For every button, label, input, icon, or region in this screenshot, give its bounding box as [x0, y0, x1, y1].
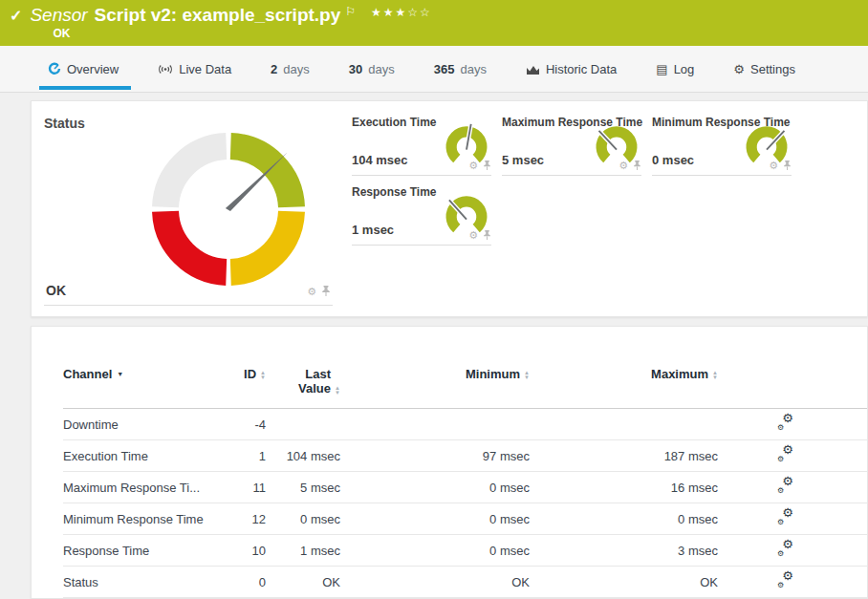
- gear-icon[interactable]: ⚙: [769, 160, 778, 171]
- column-header-id[interactable]: ID▲▼: [218, 367, 266, 381]
- live-data-icon: [158, 63, 173, 75]
- channel-id: 11: [218, 481, 266, 495]
- object-kind-label: Sensor: [30, 5, 87, 26]
- gauge-value: 1 msec: [352, 223, 394, 237]
- channel-last-value: 104 msec: [266, 449, 340, 463]
- table-row: Response Time 10 1 msec 0 msec 3 msec ⚙⚙: [63, 535, 868, 567]
- tab-label: Overview: [67, 62, 119, 76]
- channel-minimum: 97 msec: [340, 449, 530, 463]
- table-row: Downtime -4 ⚙⚙: [63, 409, 868, 440]
- sensor-header: ✓ Sensor Script v2: example_script.py ⚐ …: [0, 0, 868, 46]
- channel-minimum: OK: [340, 575, 530, 589]
- gauge-value: 5 msec: [502, 153, 544, 167]
- gear-icon: ⚙: [733, 63, 745, 75]
- edit-channel-icon[interactable]: ⚙⚙: [777, 478, 793, 494]
- sort-icon[interactable]: ▲▼: [335, 386, 340, 396]
- pin-icon[interactable]: [483, 230, 491, 241]
- tab-label: days: [283, 62, 309, 76]
- overview-content: Status OK ⚙ Execution Time: [0, 93, 868, 599]
- channel-last-value: 1 msec: [266, 544, 340, 558]
- star-icon[interactable]: ☆: [407, 6, 420, 19]
- channel-maximum: 0 msec: [530, 512, 718, 526]
- flag-icon[interactable]: ⚐: [345, 5, 356, 18]
- sort-caret-icon[interactable]: ▼: [117, 371, 123, 377]
- star-rating[interactable]: ★★★☆☆: [371, 5, 432, 20]
- tab-30-days[interactable]: 30 days: [349, 46, 395, 92]
- gear-icon[interactable]: ⚙: [618, 160, 628, 171]
- gear-icon[interactable]: ⚙: [468, 230, 478, 241]
- tab-365-days[interactable]: 365 days: [434, 46, 487, 92]
- gauge-value: 104 msec: [352, 153, 408, 167]
- channel-last-value: OK: [266, 575, 340, 589]
- pin-icon[interactable]: [483, 160, 491, 171]
- channel-minimum: 0 msec: [340, 512, 530, 526]
- column-label: Maximum: [651, 367, 708, 381]
- star-icon[interactable]: ★: [396, 6, 408, 19]
- gear-icon[interactable]: ⚙: [307, 287, 316, 297]
- column-header-maximum[interactable]: Maximum▲▼: [530, 367, 718, 381]
- status-gauge-card: Status OK ⚙: [44, 114, 333, 306]
- table-body: Downtime -4 ⚙⚙ Execution Time 1 104 msec…: [63, 409, 867, 598]
- tab-overview[interactable]: Overview: [48, 46, 119, 92]
- tab-label: Settings: [750, 62, 795, 76]
- channel-id: 0: [218, 575, 266, 589]
- channel-name-link[interactable]: Downtime: [63, 417, 218, 432]
- channel-maximum: OK: [530, 575, 718, 589]
- channel-last-value: 0 msec: [266, 512, 340, 526]
- gear-icon[interactable]: ⚙: [468, 160, 478, 171]
- column-label: Minimum: [466, 367, 520, 381]
- edit-channel-icon[interactable]: ⚙⚙: [777, 572, 793, 588]
- tab-bar: Overview Live Data 2 days 30 days 365 da…: [0, 46, 868, 93]
- tab-label: days: [368, 62, 394, 76]
- gauge-icon: [48, 62, 61, 75]
- column-label: ID: [244, 367, 256, 381]
- column-header-channel[interactable]: Channel▼: [63, 367, 218, 381]
- pin-icon[interactable]: [633, 160, 641, 171]
- channel-name-link[interactable]: Status: [63, 575, 218, 589]
- pin-icon[interactable]: [783, 160, 792, 171]
- channel-maximum: 187 msec: [530, 449, 718, 463]
- column-label: Channel: [63, 367, 112, 381]
- channel-name-link[interactable]: Maximum Response Ti...: [63, 481, 218, 495]
- tab-label: Log: [674, 62, 695, 76]
- gauges-panel: Status OK ⚙ Execution Time: [31, 100, 868, 317]
- edit-channel-icon[interactable]: ⚙⚙: [777, 446, 793, 462]
- channel-name-link[interactable]: Response Time: [63, 544, 218, 558]
- star-icon[interactable]: ★: [383, 6, 396, 19]
- edit-channel-icon[interactable]: ⚙⚙: [777, 541, 793, 557]
- tab-label: Historic Data: [546, 62, 617, 76]
- tab-label: days: [460, 62, 486, 76]
- tab-log[interactable]: ▤ Log: [656, 46, 694, 92]
- table-header-row: Channel▼ ID▲▼ Last Value▲▼ Minimum▲▼ Max…: [63, 367, 868, 409]
- tab-live-data[interactable]: Live Data: [158, 46, 231, 92]
- sort-icon[interactable]: ▲▼: [712, 371, 718, 380]
- pin-icon[interactable]: [321, 286, 331, 297]
- channel-id: 12: [218, 512, 266, 526]
- channel-name-link[interactable]: Execution Time: [63, 449, 218, 463]
- tab-number: 30: [349, 62, 362, 76]
- channel-maximum: 3 msec: [530, 544, 718, 558]
- edit-channel-icon[interactable]: ⚙⚙: [777, 415, 793, 431]
- tab-settings[interactable]: ⚙ Settings: [733, 46, 795, 92]
- gauge-value: 0 msec: [652, 153, 694, 167]
- historic-chart-icon: [526, 63, 540, 75]
- star-icon[interactable]: ★: [371, 6, 383, 19]
- edit-channel-icon[interactable]: ⚙⚙: [777, 509, 793, 525]
- channel-minimum: 0 msec: [340, 481, 530, 495]
- channel-name-link[interactable]: Minimum Response Time: [63, 512, 218, 526]
- tab-historic-data[interactable]: Historic Data: [526, 46, 617, 92]
- star-icon[interactable]: ☆: [420, 6, 432, 19]
- table-row: Maximum Response Ti... 11 5 msec 0 msec …: [63, 472, 868, 503]
- column-header-last-value[interactable]: Last Value▲▼: [266, 367, 340, 396]
- title-block: Sensor Script v2: example_script.py ⚐ ★★…: [30, 5, 431, 46]
- table-row: Minimum Response Time 12 0 msec 0 msec 0…: [63, 503, 868, 535]
- tab-2-days[interactable]: 2 days: [271, 46, 310, 92]
- table-row: Execution Time 1 104 msec 97 msec 187 ms…: [63, 440, 868, 472]
- tab-number: 365: [434, 62, 455, 76]
- channel-last-value: 5 msec: [266, 481, 340, 495]
- table-row: Status 0 OK OK OK ⚙⚙: [63, 567, 868, 598]
- sensor-title: Script v2: example_script.py: [95, 5, 341, 26]
- column-header-minimum[interactable]: Minimum▲▼: [340, 367, 530, 381]
- channel-id: 1: [218, 449, 266, 463]
- column-label: Last Value: [287, 367, 331, 396]
